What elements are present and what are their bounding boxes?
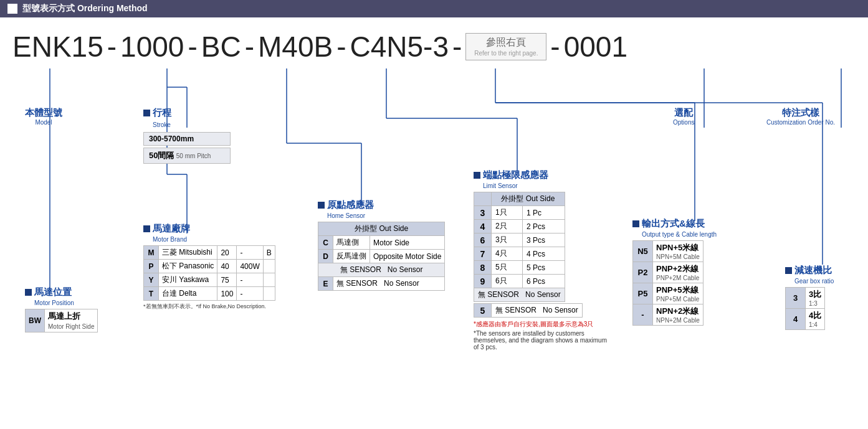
options-label-en: Options [673,119,694,126]
section-custom: 特注式樣 Customization Order No. [766,107,835,126]
motor-pos-desc: 馬達上折 Motor Right Side [45,309,98,332]
limit-count-en: 2 Pcs [522,220,565,233]
motor-brand-bullet [143,225,150,232]
table-row: E 無 SENSOR No Sensor [318,277,445,291]
motor-pos-desc-zh: 馬達上折 [48,311,80,321]
brand-zh: 台達 Delta [159,287,217,301]
table-row: C 馬達側 Motor Side [318,236,445,250]
home-sensor-bullet [318,202,325,209]
limit-count-zh: 3只 [492,233,523,247]
gear-code: 4 [786,309,806,330]
stroke-range-box: 300-5700mm [143,132,231,146]
output-zh: PNP+5米線 [656,285,700,296]
model-part-5: C4N5-3 [350,30,449,64]
table-row: T 台達 Delta 100 - [144,287,275,301]
brand-w3 [263,287,275,301]
motor-pos-code: BW [26,309,45,332]
limit-count-en: 4 Pcs [522,247,565,261]
home-code: C [318,236,333,250]
output-desc: PNP+5米線 PNP+5M Cable [653,283,703,304]
table-row: Y 安川 Yaskawa 75 - [144,273,275,287]
gear-label-zh: 減速機比 [794,265,832,276]
section-home-sensor: 原點感應器 Home Sensor 外掛型 Out Side C 馬達側 Mot… [318,199,445,291]
limit-note-zh: *感應器由客戶自行安裝,圖面最多示意為3只 [474,320,611,329]
table-row: D 反馬達側 Opposite Motor Side [318,250,445,263]
brand-w3: B [263,246,275,260]
gear-zh: 4比 [809,310,821,321]
stroke-pitch-box: 50間隔 50 mm Pitch [143,148,231,164]
home-en: Motor Side [370,236,445,250]
section-motor-position: 馬達位置 Motor Position BW 馬達上折 Motor Right … [25,286,98,332]
limit-note-en: *The sensors are installed by customers … [474,330,611,351]
limit-count-en: 5 Pcs [522,261,565,275]
section-motor-brand: 馬達廠牌 Motor Brand M 三菱 Mitsubishi 20 - B … [143,223,275,311]
output-zh: NPN+2米線 [656,306,700,317]
limit-code: 6 [474,233,492,247]
gear-table: 3 3比 1:3 4 4比 1:4 [785,287,825,330]
output-en: PNP+5M Cable [656,296,700,303]
brand-zh: 松下 Panasonic [159,260,217,273]
output-desc: NPN+5米線 NPN+5M Cable [653,241,703,262]
gear-en: 1:3 [809,300,821,307]
table-row: BW 馬達上折 Motor Right Side [26,309,98,332]
gear-bullet [785,267,792,274]
output-table: N5 NPN+5米線 NPN+5M Cable P2 PNP+2米線 PNP+2… [632,240,703,326]
model-part-2: 1000 [120,30,184,64]
motor-brand-table: M 三菱 Mitsubishi 20 - B P 松下 Panasonic 40… [143,245,275,301]
brand-code: Y [144,273,159,287]
home-en: Opposite Motor Side [370,250,445,263]
table-row: - NPN+2米線 NPN+2M Cable [633,304,703,326]
limit-code: 3 [474,206,492,220]
gear-label-en: Gear box ratio [794,278,834,285]
output-en: NPN+5M Cable [656,253,700,260]
home-sensor-label-zh: 原點感應器 [327,199,374,211]
limit-sensor-bullet [474,172,480,179]
motor-brand-label-zh: 馬達廠牌 [153,223,190,235]
limit-sensor-label-zh: 端點極限感應器 [483,169,548,181]
table-row: 8 5只 5 Pcs [474,261,565,275]
section-model: 本體型號 Model [25,107,62,126]
motor-pos-desc-en: Motor Right Side [48,323,94,330]
section-gear: 減速機比 Gear box ratio 3 3比 1:3 4 4比 1:4 [785,265,834,330]
brand-zh: 三菱 Mitsubishi [159,246,217,260]
brand-zh: 安川 Yaskawa [159,273,217,287]
brand-w1: 75 [217,273,237,287]
output-bullet [632,220,639,227]
header: 型號表示方式 Ordering Method [0,0,868,17]
output-desc: PNP+2米線 PNP+2M Cable [653,262,703,283]
brand-code: T [144,287,159,301]
section-output: 輸出方式&線長 Output type & Cable length N5 NP… [632,218,717,326]
limit-count-en: 1 Pc [522,206,565,220]
brand-w1: 100 [217,287,237,301]
ref-main-text: 參照右頁 [474,36,538,49]
table-row: 9 6只 6 Pcs [474,275,565,288]
options-label-zh: 選配 [673,107,694,119]
home-zh: 馬達側 [333,236,370,250]
motor-pos-table: BW 馬達上折 Motor Right Side [25,309,98,332]
table-row: 外掛型 Out Side [318,222,445,236]
home-code: D [318,250,333,263]
limit-count-zh: 2只 [492,220,523,233]
table-row: 外掛型 Out Side [474,192,565,206]
stroke-pitch-zh: 50間隔 [149,151,174,160]
main-content: ENK15 - 1000 - BC - M40B - C4N5-3 - 參照右頁… [0,17,868,398]
output-code: P2 [633,262,653,283]
model-part-last: 0001 [564,30,627,64]
home-sensor-label-en: Home Sensor [327,212,445,219]
output-zh: NPN+5米線 [656,242,700,253]
limit-count-zh: 4只 [492,247,523,261]
limit-code: 4 [474,220,492,233]
limit-code: 9 [474,275,492,288]
output-zh: PNP+2米線 [656,263,700,275]
outside-header: 外掛型 Out Side [318,222,445,236]
home-zh: 反馬達側 [333,250,370,263]
ref-box: 參照右頁 Refer to the right page. [465,33,546,60]
limit-code-header [474,192,492,206]
stroke-bullet [143,110,150,116]
home-sensor-table: 外掛型 Out Side C 馬達側 Motor Side D 反馬達側 Opp… [318,222,445,291]
table-row: 3 1只 1 Pc [474,206,565,220]
limit-count-en: 6 Pcs [522,275,565,288]
model-label-zh: 本體型號 [25,107,62,119]
motor-pos-label-zh: 馬達位置 [34,286,72,298]
model-part-4: M40B [258,30,333,64]
